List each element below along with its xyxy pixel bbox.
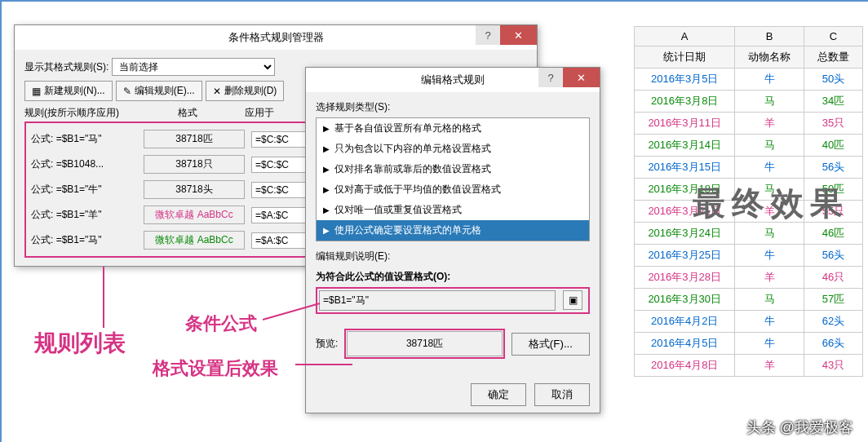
arrow-icon: ▶	[323, 185, 330, 194]
range-selector-icon[interactable]: ▣	[563, 290, 582, 310]
rule-type-item[interactable]: ▶仅对排名靠前或靠后的数值设置格式	[317, 159, 589, 179]
final-effect-overlay: 最终效果	[693, 181, 849, 226]
manager-title: 条件格式规则管理器	[228, 31, 324, 43]
formula-label: 为符合此公式的值设置格式(O):	[316, 270, 590, 284]
rule-formula: 公式: =$B1048...	[31, 157, 137, 171]
rule-format: 38718头	[137, 180, 251, 199]
rule-type-item[interactable]: ▶仅对高于或低于平均值的数值设置格式	[317, 179, 589, 200]
cancel-button[interactable]: 取消	[534, 383, 590, 406]
delete-icon: ✕	[213, 86, 221, 97]
col-a: A	[635, 27, 735, 46]
col-c: C	[804, 27, 863, 46]
rule-formula: 公式: =$B1="马"	[31, 233, 137, 247]
new-icon: ▦	[32, 86, 41, 97]
close-icon[interactable]: ✕	[563, 68, 600, 87]
rule-type-list[interactable]: ▶基于各自值设置所有单元格的格式▶只为包含以下内容的单元格设置格式▶仅对排名靠前…	[316, 117, 590, 241]
rule-formula: 公式: =$B1="马"	[31, 132, 137, 146]
help-icon[interactable]: ?	[476, 25, 500, 45]
table-row[interactable]: 2016年3月11日羊35只	[635, 113, 863, 135]
edit-rule-dialog: 编辑格式规则 ? ✕ 选择规则类型(S): ▶基于各自值设置所有单元格的格式▶只…	[305, 67, 600, 413]
rule-formula: 公式: =$B1="牛"	[31, 183, 137, 197]
table-row[interactable]: 2016年3月25日牛56头	[635, 245, 863, 267]
rule-applies: =$C:$C	[251, 131, 308, 148]
help-icon[interactable]: ?	[538, 68, 563, 87]
table-row[interactable]: 2016年4月8日羊43只	[635, 355, 863, 377]
arrow-icon: ▶	[323, 144, 330, 153]
table-row[interactable]: 2016年3月15日牛56头	[635, 157, 863, 179]
delete-rule-button[interactable]: ✕删除规则(D)	[206, 81, 285, 101]
table-row[interactable]: 2016年3月5日牛50头	[635, 69, 863, 91]
col-applies-header: 应用于	[245, 106, 302, 120]
close-icon[interactable]: ✕	[500, 25, 537, 45]
arrow-icon: ▶	[323, 124, 330, 133]
annot-format-effect: 格式设置后效果	[153, 356, 278, 381]
col-format-header: 格式	[131, 106, 245, 120]
rule-applies: =$C:$C	[251, 157, 308, 173]
show-rules-label: 显示其格式规则(S):	[24, 61, 108, 73]
rule-formula: 公式: =$B1="羊"	[31, 208, 137, 222]
preview-box: 38718匹	[344, 329, 505, 359]
preview-value: 38718匹	[347, 331, 503, 356]
table-row[interactable]: 2016年4月2日牛62头	[635, 311, 863, 333]
rule-format: 38718匹	[137, 130, 251, 148]
table-row[interactable]: 2016年3月28日羊46只	[635, 267, 863, 289]
table-row[interactable]: 2016年4月5日牛66头	[635, 333, 863, 355]
arrow-icon: ▶	[323, 226, 330, 235]
col-rule-header: 规则(按所示顺序应用)	[24, 106, 131, 120]
format-button[interactable]: 格式(F)...	[512, 333, 590, 356]
arrow-icon: ▶	[323, 165, 330, 174]
scope-select[interactable]: 当前选择	[112, 58, 275, 76]
edit-rule-button[interactable]: ✎编辑规则(E)...	[116, 81, 202, 101]
hdr-date: 统计日期	[635, 46, 735, 69]
rule-format: 38718只	[137, 155, 251, 174]
editor-titlebar[interactable]: 编辑格式规则 ? ✕	[306, 68, 600, 92]
select-type-label: 选择规则类型(S):	[316, 100, 590, 114]
col-b: B	[735, 27, 804, 46]
rule-format: 微软卓越 AaBbCc	[137, 231, 251, 250]
table-row[interactable]: 2016年3月30日马57匹	[635, 289, 863, 311]
annot-rules-list: 规则列表	[34, 328, 126, 359]
hdr-animal: 动物名称	[735, 46, 804, 69]
annot-cond-formula: 条件公式	[185, 312, 257, 336]
watermark: 头条 @我爱极客	[746, 418, 853, 437]
rule-type-item[interactable]: ▶只为包含以下内容的单元格设置格式	[317, 139, 589, 159]
new-rule-button[interactable]: ▦新建规则(N)...	[24, 81, 113, 101]
formula-container: =$B1="马" ▣	[316, 287, 590, 314]
rule-type-item[interactable]: ▶仅对唯一值或重复值设置格式	[317, 200, 589, 220]
table-row[interactable]: 2016年3月8日马34匹	[635, 91, 863, 113]
edit-desc-label: 编辑规则说明(E):	[316, 250, 590, 263]
rule-format: 微软卓越 AaBbCc	[137, 206, 251, 224]
preview-label: 预览:	[316, 337, 338, 351]
rule-applies: =$A:$C	[251, 207, 308, 223]
rule-applies: =$A:$C	[251, 232, 308, 249]
ok-button[interactable]: 确定	[471, 383, 526, 406]
arrow-icon: ▶	[323, 206, 330, 214]
hdr-qty: 总数量	[804, 46, 863, 69]
editor-title: 编辑格式规则	[421, 73, 485, 86]
table-row[interactable]: 2016年3月14日马40匹	[635, 135, 863, 157]
rule-applies: =$C:$C	[251, 182, 308, 198]
formula-input[interactable]: =$B1="马"	[319, 290, 556, 311]
rule-type-item[interactable]: ▶基于各自值设置所有单元格的格式	[317, 118, 589, 139]
manager-titlebar[interactable]: 条件格式规则管理器 ? ✕	[15, 25, 537, 50]
edit-icon: ✎	[123, 86, 131, 97]
rule-type-item[interactable]: ▶使用公式确定要设置格式的单元格	[317, 220, 589, 241]
